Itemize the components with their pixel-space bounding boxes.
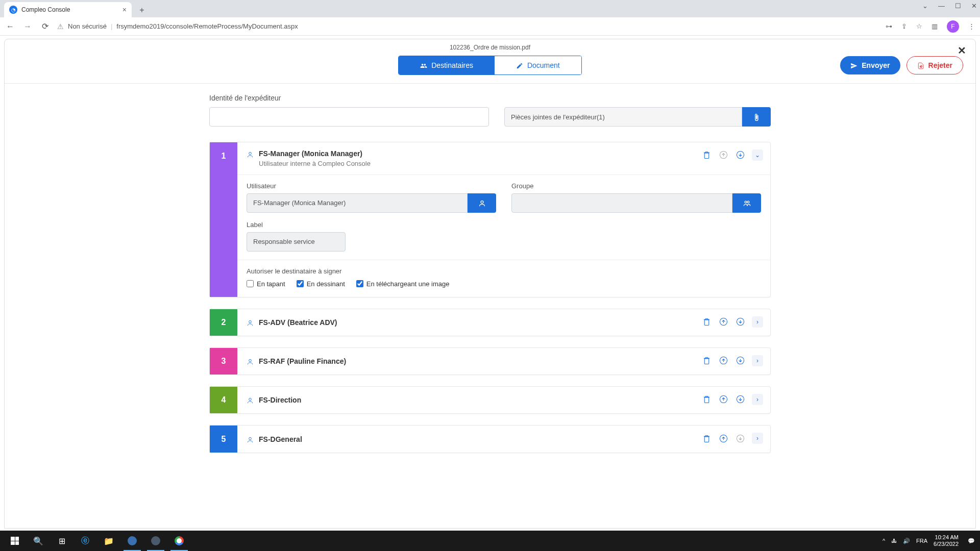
- tab-close-icon[interactable]: ×: [122, 6, 127, 14]
- svg-point-6: [481, 201, 483, 204]
- delete-icon[interactable]: [702, 316, 711, 327]
- tab-recipients[interactable]: Destinataires: [399, 56, 495, 74]
- panel-icon[interactable]: ▥: [932, 22, 938, 30]
- tray-clock[interactable]: 10:24 AM 6/23/2022: [934, 534, 962, 547]
- move-up-icon[interactable]: [719, 433, 728, 443]
- chevron-right-icon: ›: [756, 318, 758, 325]
- delete-icon[interactable]: [702, 433, 711, 443]
- address-right-tools: ⊶ ⇪ ☆ ▥ F ⋮: [886, 20, 975, 33]
- recipient-card-5: 5 FS-DGeneral ›: [209, 425, 771, 453]
- recipient-subtitle: Utilisateur interne à Compleo Console: [259, 160, 761, 167]
- nav-reload-icon[interactable]: ⟳: [40, 21, 50, 31]
- tray-lang[interactable]: FRA: [916, 538, 927, 544]
- check-drawing-input[interactable]: [297, 280, 304, 287]
- user-field-label: Utilisateur: [247, 182, 496, 190]
- move-down-icon[interactable]: [736, 316, 745, 327]
- chrome-minimize-icon[interactable]: —: [938, 2, 945, 10]
- attachments-label[interactable]: Pièces jointes de l'expéditeur(1): [504, 107, 742, 127]
- share-icon[interactable]: ⇪: [901, 22, 907, 30]
- taskbar-chrome-icon[interactable]: [167, 531, 191, 551]
- user-picker-button[interactable]: [468, 193, 496, 213]
- key-icon[interactable]: ⊶: [886, 22, 892, 30]
- recipient-number: 2: [210, 309, 237, 336]
- recipient-header: FS-Manager (Monica Manager): [247, 149, 761, 158]
- send-button[interactable]: Envoyer: [840, 56, 900, 74]
- move-down-icon[interactable]: [736, 149, 745, 160]
- sign-options: En tapant En dessinant En téléchargeant …: [247, 280, 761, 288]
- tray-notifications-icon[interactable]: 💬: [968, 538, 975, 544]
- move-down-icon[interactable]: [736, 394, 745, 404]
- attach-button[interactable]: [742, 107, 771, 127]
- tab-document-label: Document: [527, 61, 560, 69]
- address-box[interactable]: ⚠ Non sécurisé | frsymdemo2019/cconsole/…: [57, 22, 298, 31]
- nav-back-icon[interactable]: ←: [5, 22, 15, 31]
- recipient-card-3: 3 FS-RAF (Pauline Finance) ›: [209, 347, 771, 375]
- label-field-input[interactable]: [247, 232, 346, 252]
- group-field-label: Groupe: [511, 182, 761, 190]
- group-picker-icon: [743, 198, 751, 208]
- start-button[interactable]: [3, 531, 27, 551]
- delete-icon[interactable]: [702, 394, 711, 404]
- tray-time: 10:24 AM: [934, 534, 959, 541]
- recipient-number: 5: [210, 425, 237, 452]
- modal-header: 102236_Ordre de mission.pdf ✕: [5, 39, 975, 56]
- expand-button[interactable]: ›: [752, 394, 763, 405]
- move-up-icon[interactable]: [719, 394, 728, 404]
- tray-chevron-icon[interactable]: ^: [883, 538, 885, 544]
- chevron-right-icon: ›: [756, 357, 758, 364]
- modal-tab-row: Destinataires Document Envoyer Rejete: [5, 56, 975, 84]
- move-up-icon[interactable]: [719, 355, 728, 365]
- taskbar-search-icon[interactable]: 🔍: [27, 531, 50, 551]
- label-field-label: Label: [247, 221, 761, 229]
- new-tab-button[interactable]: +: [135, 3, 149, 17]
- delete-icon[interactable]: [702, 149, 711, 160]
- collapse-button[interactable]: ⌄: [752, 149, 763, 161]
- expand-button[interactable]: ›: [752, 433, 763, 444]
- tray-network-icon[interactable]: 🖧: [891, 538, 897, 544]
- taskbar-app1-icon[interactable]: [120, 531, 144, 551]
- check-upload-input[interactable]: [356, 280, 363, 287]
- star-icon[interactable]: ☆: [916, 22, 922, 30]
- recipient-name: FS-ADV (Beatrice ADV): [259, 318, 337, 327]
- tray-date: 6/23/2022: [934, 541, 959, 547]
- segment-tabs: Destinataires Document: [398, 56, 582, 75]
- tray-volume-icon[interactable]: 🔊: [903, 538, 910, 544]
- taskbar-taskview-icon[interactable]: ⊞: [50, 531, 74, 551]
- group-field-input[interactable]: [511, 193, 732, 213]
- move-up-icon[interactable]: [719, 316, 728, 327]
- move-down-icon[interactable]: [736, 355, 745, 365]
- user-field-input[interactable]: [247, 193, 468, 213]
- sign-section: Autoriser le destinataire à signer En ta…: [237, 260, 770, 290]
- profile-avatar[interactable]: F: [947, 20, 959, 33]
- chrome-close-icon[interactable]: ✕: [971, 2, 977, 10]
- chrome-tab-strip: ◔ Compleo Console × + ⌄ — ☐ ✕: [0, 0, 980, 17]
- browser-tab[interactable]: ◔ Compleo Console ×: [4, 2, 132, 17]
- check-drawing[interactable]: En dessinant: [297, 280, 345, 288]
- check-typing[interactable]: En tapant: [247, 280, 285, 288]
- sender-identity-input[interactable]: [209, 107, 489, 127]
- edit-icon: [516, 61, 523, 69]
- modal-close-icon[interactable]: ✕: [958, 44, 966, 57]
- chevron-right-icon: ›: [756, 435, 758, 442]
- security-label: Non sécurisé: [68, 22, 107, 30]
- group-picker-button[interactable]: [732, 193, 761, 213]
- kebab-menu-icon[interactable]: ⋮: [968, 22, 975, 30]
- user-picker-icon: [478, 198, 486, 208]
- taskbar-app2-icon[interactable]: [144, 531, 167, 551]
- check-upload[interactable]: En téléchargeant une image: [356, 280, 450, 288]
- expand-button[interactable]: ›: [752, 316, 763, 328]
- taskbar-ie-icon[interactable]: ⓔ: [74, 531, 97, 551]
- addr-separator: |: [111, 22, 112, 30]
- recipient-card-1: 1 FS-Manager (Monica Manager) Utilisateu…: [209, 142, 771, 297]
- chrome-maximize-icon[interactable]: ☐: [955, 2, 961, 10]
- nav-forward-icon: →: [22, 22, 33, 31]
- delete-icon[interactable]: [702, 355, 711, 365]
- reject-button[interactable]: Rejeter: [906, 56, 963, 74]
- expand-button[interactable]: ›: [752, 355, 763, 366]
- modal-content: Identité de l'expéditeur Pièces jointes …: [209, 84, 771, 474]
- check-typing-input[interactable]: [247, 280, 254, 287]
- chrome-menu-caret-icon[interactable]: ⌄: [922, 2, 928, 10]
- tab-document[interactable]: Document: [495, 56, 581, 74]
- taskbar-explorer-icon[interactable]: 📁: [97, 531, 120, 551]
- recipient-name: FS-Manager (Monica Manager): [259, 149, 362, 158]
